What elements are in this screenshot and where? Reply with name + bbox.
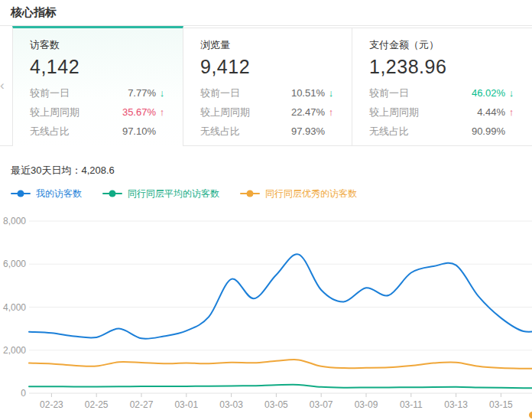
metric-row-value: 22.47% — [291, 106, 325, 118]
x-axis-label: 03-15 — [489, 399, 513, 410]
y-axis-label: 0 — [21, 388, 26, 399]
cropped-orange-fragment — [529, 412, 532, 418]
metric-row-value: 97.10% — [122, 125, 156, 137]
tab-pageviews[interactable]: 浏览量 9,412 较前一日 10.51%↓ 较上周同期 22.47%↑ 无线占… — [183, 28, 352, 146]
legend-item-2[interactable]: 同行同层优秀的访客数 — [240, 187, 357, 200]
card-value: 9,412 — [200, 56, 335, 78]
card-title: 访客数 — [30, 38, 166, 52]
x-axis-label: 03-11 — [400, 399, 423, 410]
legend-item-1[interactable]: 同行同层平均的访客数 — [102, 187, 219, 200]
trend-down-icon: ↓ — [327, 87, 335, 99]
card-title: 浏览量 — [200, 38, 335, 52]
strip-gutter: ‹ — [0, 26, 12, 146]
metric-row-label: 较上周同期 — [369, 106, 419, 119]
carousel-prev-icon[interactable]: ‹ — [0, 80, 5, 92]
metric-row: 较前一日 10.51%↓ — [200, 83, 335, 103]
tab-payment[interactable]: 支付金额（元） 1,238.96 较前一日 46.02%↓ 较上周同期 4.44… — [352, 28, 532, 146]
card-value: 1,238.96 — [369, 56, 515, 78]
x-axis-label: 03-09 — [355, 399, 378, 410]
tab-visitors[interactable]: 访客数 4,142 较前一日 7.77%↓ 较上周同期 35.67%↑ 无线占比… — [12, 26, 183, 146]
trend-up-icon: ↑ — [158, 106, 166, 118]
metric-row-label: 较前一日 — [200, 86, 240, 100]
legend-label: 同行同层平均的访客数 — [128, 187, 219, 200]
metric-row-value: 7.77% — [128, 87, 156, 99]
metric-row: 无线占比 90.99%↑ — [369, 122, 515, 141]
legend-line-dot-icon — [11, 193, 31, 194]
x-axis-label: 02-23 — [40, 399, 63, 410]
legend-label: 同行同层优秀的访客数 — [265, 187, 357, 200]
series-line — [29, 254, 532, 339]
metric-row-label: 无线占比 — [30, 125, 70, 138]
metric-row-label: 较前一日 — [369, 86, 409, 100]
series-line — [29, 385, 532, 388]
page-title: 核心指标 — [11, 5, 57, 20]
metric-row-label: 无线占比 — [369, 125, 409, 138]
trend-up-icon: ↑ — [508, 106, 515, 118]
x-axis-label: 03-07 — [310, 399, 333, 410]
y-axis-label: 8,000 — [3, 216, 26, 226]
metric-row-label: 无线占比 — [200, 125, 240, 138]
y-axis-label: 2,000 — [3, 345, 26, 356]
legend-line-dot-icon — [240, 193, 260, 194]
metric-row-value: 97.93% — [291, 125, 325, 137]
daily-average-label: 最近30天日均：4,208.6 — [11, 164, 532, 177]
x-axis-label: 03-05 — [264, 399, 288, 410]
metric-row-value: 90.99% — [472, 125, 505, 137]
y-axis-label: 4,000 — [3, 302, 26, 313]
x-axis-label: 03-01 — [174, 399, 198, 410]
metric-row-value: 4.44% — [477, 106, 505, 118]
header: 核心指标 — [0, 0, 532, 26]
metric-row-value: 46.02% — [472, 87, 505, 99]
x-axis-label: 03-03 — [219, 399, 243, 410]
metric-row: 较上周同期 35.67%↑ — [30, 103, 166, 122]
trend-down-icon: ↓ — [508, 87, 515, 99]
trend-up-icon: ↑ — [327, 106, 335, 118]
metric-row: 无线占比 97.93%↑ — [200, 122, 335, 141]
metric-row-label: 较上周同期 — [30, 106, 79, 119]
card-title: 支付金额（元） — [369, 38, 515, 52]
card-value: 4,142 — [30, 56, 166, 78]
legend-label: 我的访客数 — [36, 187, 82, 200]
metric-row-value: 35.67% — [122, 106, 156, 118]
metric-row: 较上周同期 4.44%↑ — [369, 103, 515, 122]
y-axis-label: 6,000 — [3, 259, 26, 269]
chart-legend: 我的访客数同行同层平均的访客数同行同层优秀的访客数 — [11, 187, 532, 200]
x-axis-label: 02-25 — [85, 399, 109, 410]
trend-down-icon: ↓ — [158, 87, 166, 99]
metric-row: 较前一日 7.77%↓ — [30, 83, 166, 103]
metric-row-label: 较上周同期 — [200, 106, 250, 119]
legend-line-dot-icon — [102, 193, 122, 194]
metric-row-label: 较前一日 — [30, 86, 70, 100]
metric-row: 无线占比 97.10%↑ — [30, 122, 166, 141]
series-line — [29, 360, 532, 369]
metric-row-value: 10.51% — [291, 87, 325, 99]
metric-row: 较前一日 46.02%↓ — [369, 83, 515, 103]
x-axis-label: 03-13 — [444, 399, 468, 410]
x-axis-label: 02-27 — [130, 399, 154, 410]
metric-row: 较上周同期 22.47%↑ — [200, 103, 335, 122]
metric-strip: ‹ 访客数 4,142 较前一日 7.77%↓ 较上周同期 35.67%↑ 无线… — [0, 26, 532, 146]
chart-canvas: 02,0004,0006,0008,00002-2302-2502-2703-0… — [0, 200, 532, 418]
legend-item-0[interactable]: 我的访客数 — [11, 187, 82, 200]
